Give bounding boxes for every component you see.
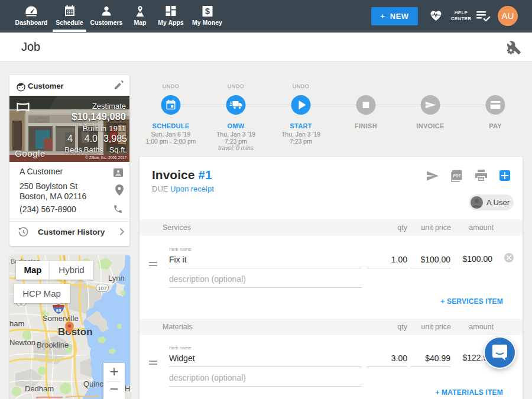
svg-text:PDF: PDF — [453, 174, 461, 178]
svg-text:93: 93 — [56, 308, 61, 313]
svg-text:$: $ — [205, 7, 210, 16]
